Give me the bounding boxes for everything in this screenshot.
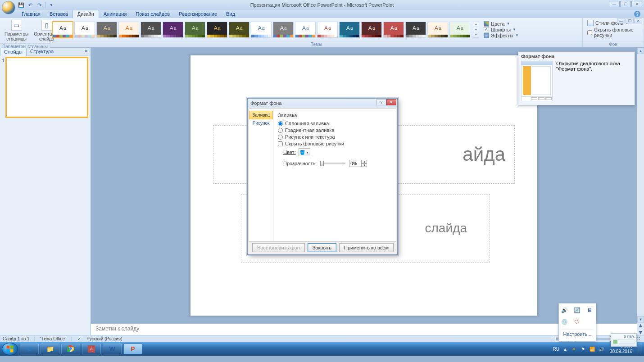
tray-shield-icon[interactable]: 🛡	[573, 318, 581, 326]
close-dialog-button[interactable]: Закрыть	[308, 243, 336, 252]
start-button[interactable]	[2, 343, 18, 355]
themes-scroll-down-icon[interactable]: ▼	[473, 27, 479, 32]
hide-bg-checkbox[interactable]: Скрыть фоновые рисунки	[587, 27, 639, 38]
theme-swatch[interactable]: Aa	[361, 22, 382, 38]
slide-thumbnail-1[interactable]: 1	[2, 58, 89, 117]
notes-pane[interactable]: Заметки к слайду	[91, 323, 637, 335]
prev-slide-icon[interactable]: ⯅	[637, 322, 644, 329]
tray-net-icon[interactable]: 📶	[589, 346, 595, 352]
theme-swatch[interactable]: Aa	[229, 22, 249, 38]
checkbox-hide-bg[interactable]: Скрыть фоновые рисунки	[278, 141, 391, 146]
radio-solid[interactable]	[278, 121, 283, 126]
restore-button[interactable]: ❐	[620, 1, 631, 7]
tray-sound-icon[interactable]: 🔊	[560, 306, 568, 314]
tray-vol-icon[interactable]: 🔊	[598, 346, 604, 352]
status-language[interactable]: Русский (Россия)	[86, 336, 122, 341]
dialog-titlebar[interactable]: Формат фона ? ✕	[248, 99, 397, 108]
theme-swatch[interactable]: Aa	[295, 22, 316, 38]
save-icon[interactable]: 💾	[18, 2, 24, 8]
themes-gallery[interactable]: AaAaAaAaAaAaAaAaAaAaAaAaAaAaAaAaAaAaAa	[52, 22, 470, 38]
scroll-track[interactable]	[637, 54, 644, 316]
taskbar-word[interactable]: W	[103, 344, 122, 354]
page-setup-button[interactable]: ▭ Параметры страницы	[2, 19, 31, 42]
apply-all-button[interactable]: Применить ко всем	[339, 243, 394, 252]
theme-swatch[interactable]: Aa	[251, 22, 272, 38]
panel-close-icon[interactable]: ✕	[83, 49, 89, 54]
themes-more-icon[interactable]: ▾	[473, 32, 479, 37]
tab-slideshow[interactable]: Показ слайдов	[131, 10, 174, 18]
outline-tab[interactable]: Структура	[27, 48, 57, 55]
next-slide-icon[interactable]: ⯆	[637, 329, 644, 335]
tab-design[interactable]: Дизайн	[73, 10, 99, 18]
taskbar-chrome[interactable]	[61, 344, 80, 354]
doc-close-button[interactable]: ✕	[634, 18, 642, 23]
theme-swatch[interactable]: Aa	[273, 22, 294, 38]
slider-knob[interactable]	[320, 161, 324, 166]
theme-swatch[interactable]: Aa	[118, 22, 139, 38]
theme-swatch[interactable]: Aa	[185, 22, 205, 38]
close-window-button[interactable]: ✕	[631, 1, 642, 7]
tab-insert[interactable]: Вставка	[45, 10, 73, 18]
taskbar-powerpoint[interactable]: P	[123, 344, 142, 354]
chk-hide[interactable]	[278, 141, 283, 146]
tray-action-icon[interactable]: ⚑	[580, 346, 586, 352]
category-fill[interactable]: Заливка	[249, 111, 273, 119]
taskbar-explorer[interactable]: 📁	[41, 344, 59, 354]
theme-swatch[interactable]: Aa	[427, 22, 448, 38]
theme-swatch[interactable]: Aa	[163, 22, 183, 38]
radio-solid-fill[interactable]: Сплошная заливка	[278, 121, 391, 126]
vertical-scrollbar[interactable]: ▲ ▼ ⯅ ⯆	[637, 48, 644, 335]
radio-gradient-fill[interactable]: Градиентная заливка	[278, 127, 391, 133]
minimize-button[interactable]: —	[609, 1, 620, 7]
theme-swatch[interactable]: Aa	[52, 22, 73, 38]
spin-down-icon[interactable]: ▼	[362, 163, 367, 167]
theme-swatch[interactable]: Aa	[383, 22, 404, 38]
theme-swatch[interactable]: Aa	[207, 22, 227, 38]
scroll-down-icon[interactable]: ▼	[637, 316, 644, 322]
tray-disc-icon[interactable]: 💿	[560, 318, 568, 326]
color-dropdown[interactable]: 🪣 ▼	[299, 148, 310, 156]
slides-tab[interactable]: Слайды	[0, 48, 27, 56]
radio-gradient[interactable]	[278, 128, 283, 133]
qat-dropdown-icon[interactable]: ▼	[48, 2, 54, 8]
themes-scroll-buttons[interactable]: ▲ ▼ ▾	[473, 22, 479, 38]
theme-swatch[interactable]: Aa	[96, 22, 117, 38]
language-indicator[interactable]: RU	[553, 347, 559, 352]
theme-swatch[interactable]: Aa	[339, 22, 360, 38]
radio-picture-fill[interactable]: Рисунок или текстура	[278, 134, 391, 140]
tab-home[interactable]: Главная	[17, 10, 45, 18]
spin-up-icon[interactable]: ▲	[362, 160, 367, 163]
show-desktop-button[interactable]	[638, 343, 642, 355]
theme-swatch[interactable]: Aa	[405, 22, 426, 38]
dialog-help-button[interactable]: ?	[376, 99, 386, 105]
tray-up-icon[interactable]: ▲	[562, 346, 568, 352]
spellcheck-icon[interactable]: ✓	[77, 336, 82, 342]
fonts-button[interactable]: A Шрифты ▼	[484, 27, 519, 32]
office-button[interactable]	[2, 1, 15, 14]
theme-swatch[interactable]: Aa	[141, 22, 161, 38]
dialog-close-button[interactable]: ✕	[386, 99, 396, 105]
tab-review[interactable]: Рецензирование	[174, 10, 222, 18]
tray-sun-icon[interactable]: ☀	[571, 346, 577, 352]
colors-button[interactable]: Цвета ▼	[484, 21, 519, 27]
doc-minimize-button[interactable]: —	[617, 18, 625, 23]
doc-restore-button[interactable]: ❐	[626, 18, 634, 23]
reset-bg-button[interactable]: Восстановить фон	[252, 243, 305, 252]
themes-scroll-up-icon[interactable]: ▲	[473, 22, 479, 27]
hide-bg-check[interactable]	[587, 30, 592, 35]
taskbar-pdf[interactable]: A	[82, 344, 101, 354]
tray-device-icon[interactable]: 🖥	[585, 306, 594, 314]
tab-animation[interactable]: Анимация	[99, 10, 132, 18]
radio-picture[interactable]	[278, 135, 283, 140]
effects-button[interactable]: Эффекты ▼	[484, 33, 519, 38]
theme-swatch[interactable]: Aa	[449, 22, 470, 38]
category-picture[interactable]: Рисунок	[249, 119, 273, 127]
help-icon[interactable]: ?	[634, 11, 640, 17]
transparency-input[interactable]	[349, 160, 362, 167]
tray-sync-icon[interactable]: 🔄	[573, 306, 581, 314]
transparency-slider[interactable]	[320, 163, 345, 164]
tray-customize-link[interactable]: Настроить...	[562, 330, 593, 338]
theme-swatch[interactable]: Aa	[74, 22, 95, 38]
undo-icon[interactable]: ↶	[27, 2, 33, 8]
redo-icon[interactable]: ↷	[36, 2, 42, 8]
